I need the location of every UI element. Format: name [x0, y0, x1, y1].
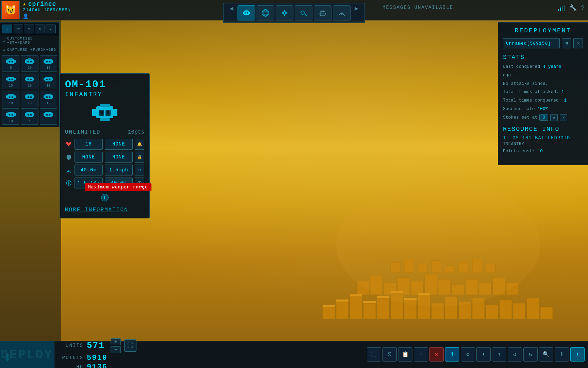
svg-point-106 [9, 96, 10, 98]
filter-captured[interactable]: ☑ CAPTURED +PURCHASED [0, 46, 59, 53]
armor-slot[interactable]: NONE [105, 152, 133, 163]
info-circle-button[interactable]: ℹ [101, 194, 109, 201]
nav-btn-robot[interactable] [314, 5, 331, 20]
svg-rect-72 [6, 60, 8, 63]
location-next-btn[interactable]: ✕ [573, 38, 583, 48]
unit-sprite-2 [23, 57, 36, 66]
list-item[interactable]: 10 [40, 55, 57, 72]
list-item[interactable]: 10 [21, 73, 38, 89]
nav-btn-globe[interactable] [257, 5, 274, 20]
svg-rect-115 [51, 95, 53, 98]
health-bell-icon[interactable]: 🔔 [135, 139, 144, 150]
stakes-label: Stokes set at [503, 115, 537, 120]
nav-btn-key[interactable] [295, 5, 312, 20]
action-clipboard-btn[interactable]: 📋 [398, 347, 412, 362]
health-value[interactable]: 16 [75, 139, 103, 150]
unit-sprite-10 [5, 110, 17, 119]
filter-customised[interactable]: ☑ CUSTOMISED +STANDARD [0, 35, 59, 46]
action-up-btn[interactable]: ⬆ [492, 347, 506, 362]
nav-btn-signal[interactable] [333, 5, 350, 20]
shield-value[interactable]: NONE [75, 152, 103, 163]
svg-point-50 [244, 12, 246, 14]
action-undo-btn[interactable]: ↺ [508, 347, 522, 362]
action-percent-btn[interactable]: % [382, 347, 397, 362]
messages-status: MESSAGES UNAVAILABLE [382, 5, 453, 10]
player-info-section: ★ cprince 2140AU 1069(589) 👤 [23, 1, 71, 19]
svg-point-61 [301, 11, 304, 14]
location-prev-btn[interactable]: ◄ [562, 38, 571, 48]
svg-point-75 [9, 61, 10, 63]
svg-rect-130 [51, 113, 53, 116]
unit-meta: UNLIMITED 10pts [65, 129, 144, 135]
nav-left-arrow[interactable]: ◄ [227, 5, 236, 20]
svg-point-121 [9, 114, 10, 116]
units-decrease-btn[interactable]: − [111, 346, 121, 353]
action-settings-btn[interactable]: ⚙ [461, 347, 475, 362]
svg-rect-108 [26, 94, 33, 99]
action-close-btn[interactable]: ✕ [429, 347, 444, 362]
action-expand-btn[interactable]: ⛶ [367, 347, 381, 362]
more-information-link[interactable]: MORE INFORMATION [65, 207, 144, 213]
svg-rect-139 [100, 111, 103, 114]
list-item[interactable]: 10 [2, 91, 19, 107]
wrench-icon[interactable]: 🔧 [569, 4, 577, 12]
unit-count-11: 5 [29, 119, 31, 123]
unit-type: INFANTRY [65, 91, 144, 98]
nav-right-arrow[interactable]: ► [352, 5, 361, 20]
sensor-range[interactable]: 40.0m [75, 165, 103, 175]
action-circle-btn[interactable]: ○ [414, 347, 428, 362]
stakes-increase-btn[interactable]: ▲ [550, 114, 558, 121]
svg-point-51 [247, 12, 248, 14]
action-zoom-btn[interactable]: 🔍 [539, 347, 553, 362]
resource-type: INFANTRY [503, 141, 583, 148]
svg-rect-103 [7, 94, 14, 99]
bottom-action-buttons: ⛶ % 📋 ○ ✕ ℹ ⚙ ⬇ ⬆ ↺ ↻ 🔍 ℹ ⬇ [363, 341, 588, 368]
signal-bar-4 [564, 5, 565, 11]
unit-tab-special[interactable]: ✦ [46, 25, 56, 33]
list-item[interactable]: 10 [2, 73, 19, 89]
deploy-button[interactable]: ⬇ DEPLOY [0, 341, 54, 368]
svg-rect-113 [45, 94, 52, 99]
list-item[interactable]: 10 [40, 73, 57, 89]
unit-tabs: ☆ 👁 ⊕ ⊗ ✦ [0, 22, 59, 35]
svg-rect-71 [7, 59, 14, 64]
list-item[interactable]: 10 [40, 91, 57, 107]
action-deploy-down-btn[interactable]: ⬇ [570, 347, 585, 362]
top-right-icons: 🔧 ? [558, 4, 585, 12]
svg-point-68 [321, 13, 322, 14]
unit-tab-eye[interactable]: 👁 [13, 25, 23, 33]
location-name[interactable]: Unnamed[509150] [503, 38, 560, 48]
units-label: UNITS [61, 343, 83, 348]
action-info2-btn[interactable]: ℹ [555, 347, 569, 362]
unit-tab-add[interactable]: ⊕ [24, 25, 34, 33]
expand-btn[interactable]: ⛶ [124, 339, 136, 352]
stakes-decrease-btn[interactable]: ✕ [560, 114, 567, 121]
action-redo-btn[interactable]: ↻ [523, 347, 538, 362]
lock-icon[interactable]: 🔒 [135, 152, 144, 163]
units-increase-btn[interactable]: + [111, 338, 121, 345]
list-item[interactable]: 5 [21, 108, 38, 125]
list-item[interactable]: 10 [21, 91, 38, 107]
top-bar: 😺 ★ cprince 2140AU 1069(589) 👤 ◄ [0, 0, 588, 20]
action-down-btn[interactable]: ⬇ [476, 347, 491, 362]
svg-rect-123 [26, 112, 33, 117]
stat-success-rate: Success rate 100% [503, 106, 583, 113]
unit-tab-remove[interactable]: ⊗ [35, 25, 45, 33]
svg-point-117 [49, 96, 51, 98]
svg-marker-60 [285, 12, 288, 14]
fast-forward-icon[interactable]: » [135, 165, 144, 175]
list-item[interactable]: 10 [2, 108, 19, 125]
move-speed[interactable]: 1.5mph [105, 165, 133, 175]
svg-rect-134 [92, 109, 97, 116]
nav-btn-deploy[interactable] [238, 5, 255, 20]
unit-tab-star[interactable]: ☆ [2, 25, 12, 33]
question-icon[interactable]: ? [581, 4, 585, 11]
list-item[interactable]: 10 [21, 55, 38, 72]
list-item[interactable]: 5 [2, 55, 19, 72]
resource-unit-link[interactable]: 1: OM-101 BATTLEDROID [503, 135, 583, 141]
units-value: 571 [87, 340, 107, 351]
list-item[interactable] [40, 108, 57, 125]
nav-btn-move[interactable] [276, 5, 293, 20]
action-info-btn[interactable]: ℹ [445, 347, 459, 362]
health-equip-slot[interactable]: NONE [105, 139, 133, 150]
